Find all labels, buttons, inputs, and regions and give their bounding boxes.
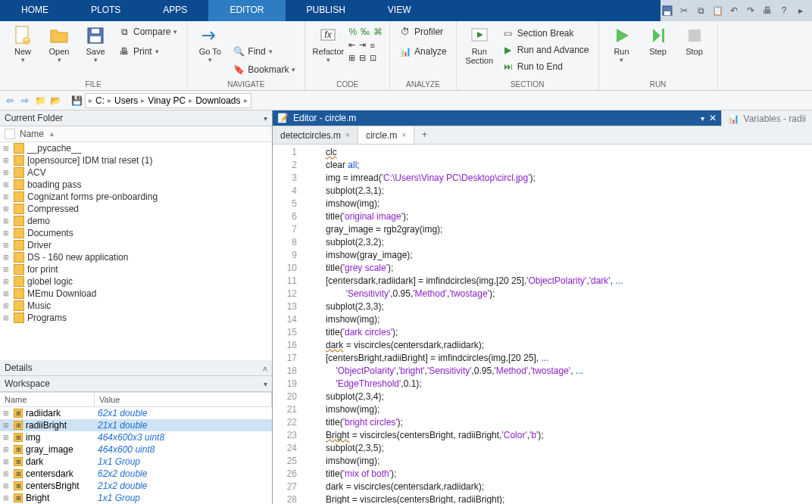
ws-col-value[interactable]: Value [95, 393, 272, 406]
expand-icon[interactable]: ⊞ [3, 169, 11, 176]
expand-icon[interactable]: ⊞ [3, 229, 11, 237]
run-to-end-button[interactable]: ⏭Run to End [499, 59, 592, 74]
help-icon[interactable]: ? [777, 4, 791, 17]
fold-3[interactable]: ⊡ [369, 52, 377, 64]
workspace-var[interactable]: ⊞⊞centersdark62x2 double [0, 468, 272, 480]
tab-close-icon[interactable]: × [345, 131, 350, 139]
editor-menu-icon[interactable]: ▾ [701, 114, 704, 123]
redo-icon[interactable]: ↷ [744, 4, 757, 17]
paste-icon[interactable]: 📋 [710, 4, 724, 17]
details-expand-icon[interactable]: ʌ [263, 364, 267, 372]
panel-menu-icon[interactable]: ▾ [264, 114, 267, 123]
breadcrumb[interactable]: ▸C:▸Users▸Vinay PC▸Downloads▸ [85, 93, 251, 108]
refactor-button[interactable]: fxRefactor▾ [311, 24, 345, 65]
folder-item[interactable]: ⊞DS - 160 new application [0, 251, 272, 263]
name-column[interactable]: Name [20, 129, 44, 139]
folder-item[interactable]: ⊞Compressed [0, 203, 272, 215]
folder-item[interactable]: ⊞demo [0, 215, 272, 227]
expand-icon[interactable]: ⊞ [3, 241, 11, 249]
folder-item[interactable]: ⊞ACV [0, 166, 272, 179]
crumb[interactable]: Vinay PC [146, 95, 187, 106]
new-tab-button[interactable]: + [414, 126, 435, 144]
workspace-var[interactable]: ⊞⊞gray_image464x600 uint8 [0, 443, 272, 456]
folder-item[interactable]: ⊞Programs [0, 312, 272, 324]
new-button[interactable]: +New▾ [6, 24, 39, 65]
more-icon[interactable]: ▸ [794, 4, 807, 17]
fold-2[interactable]: ⊟ [358, 52, 367, 64]
expand-icon[interactable]: ⊞ [3, 254, 11, 261]
folder-item[interactable]: ⊞Cognizant forms pre-onboarding [0, 191, 272, 203]
indent-right[interactable]: ⇥ [358, 39, 367, 51]
crumb[interactable]: C: [94, 95, 106, 106]
expand-icon[interactable]: ⊞ [3, 217, 11, 225]
browse-icon[interactable]: 📂 [48, 94, 62, 107]
folder-item[interactable]: ⊞globel logic [0, 275, 272, 288]
code-btn-2[interactable]: ‰ [360, 26, 370, 38]
profiler-button[interactable]: ⏱Profiler [396, 24, 450, 39]
expand-icon[interactable]: ⊞ [3, 302, 11, 310]
forward-icon[interactable]: ⇨ [18, 94, 32, 107]
run-advance-button[interactable]: ▶Run and Advance [499, 42, 592, 58]
folder-item[interactable]: ⊞boading pass [0, 179, 272, 191]
run-section-button[interactable]: Run Section [463, 24, 496, 67]
tab-view[interactable]: VIEW [367, 0, 433, 21]
workspace-var[interactable]: ⊞⊞radiiBright21x1 double [0, 419, 272, 431]
expand-icon[interactable]: ⊞ [3, 181, 11, 188]
up-folder-icon[interactable]: 📁 [33, 94, 47, 107]
run-button[interactable]: Run▾ [605, 24, 639, 65]
print-button[interactable]: 🖶Print ▾ [115, 44, 180, 59]
section-break-button[interactable]: ▭Section Break [499, 26, 592, 41]
tab-apps[interactable]: APPS [142, 0, 208, 21]
workspace-menu-icon[interactable]: ▾ [264, 380, 267, 388]
step-button[interactable]: Step [642, 24, 675, 58]
fold-1[interactable]: ⊞ [348, 52, 356, 64]
tab-close-icon[interactable]: × [401, 131, 406, 139]
crumb[interactable]: Users [113, 95, 139, 106]
crumb[interactable]: Downloads [194, 95, 242, 106]
folder-item[interactable]: ⊞__pycache__ [0, 142, 272, 154]
save-button[interactable]: Save▾ [79, 24, 112, 65]
compare-button[interactable]: ⧉Compare ▾ [115, 24, 180, 39]
open-button[interactable]: Open▾ [42, 24, 76, 65]
print-icon[interactable]: 🖶 [760, 4, 774, 17]
details-header[interactable]: Detailsʌ [0, 360, 272, 376]
drive-icon[interactable]: 💾 [70, 94, 83, 107]
tab-plots[interactable]: PLOTS [70, 0, 142, 21]
code-editor[interactable]: 1234567891011121314151617181920212223242… [273, 145, 812, 504]
stop-button[interactable]: Stop [678, 24, 711, 58]
folder-item[interactable]: ⊞Driver [0, 239, 272, 251]
file-list[interactable]: ⊞__pycache__⊞[opensource] IDM trial rese… [0, 142, 272, 360]
folder-item[interactable]: ⊞MEmu Download [0, 288, 272, 300]
folder-item[interactable]: ⊞for print [0, 263, 272, 275]
expand-icon[interactable]: ⊞ [3, 290, 11, 297]
file-tab[interactable]: detectcircles.m× [273, 126, 358, 144]
undo-icon[interactable]: ↶ [727, 4, 741, 17]
cut-icon[interactable]: ✂ [677, 4, 691, 17]
indent-left[interactable]: ⇤ [348, 39, 356, 51]
folder-item[interactable]: ⊞[opensource] IDM trial reset (1) [0, 154, 272, 166]
workspace-var[interactable]: ⊞⊞centersBright21x2 double [0, 480, 272, 492]
save-icon[interactable] [661, 4, 674, 17]
workspace-var[interactable]: ⊞⊞img464x600x3 uint8 [0, 431, 272, 443]
variables-header[interactable]: 📊 Variables - radii [721, 110, 812, 126]
folder-item[interactable]: ⊞Documents [0, 227, 272, 239]
editor-close-icon[interactable]: ✕ [709, 113, 717, 123]
workspace-var[interactable]: ⊞⊞dark1x1 Group [0, 456, 272, 468]
expand-icon[interactable]: ⊞ [3, 278, 11, 285]
expand-icon[interactable]: ⊞ [3, 157, 11, 164]
file-tab[interactable]: circle.m× [358, 126, 414, 144]
back-icon[interactable]: ⇦ [3, 94, 17, 107]
expand-icon[interactable]: ⊞ [3, 193, 11, 201]
analyze-button[interactable]: 📊Analyze [396, 44, 450, 59]
code-btn-1[interactable]: % [348, 26, 358, 38]
workspace-var[interactable]: ⊞⊞Bright1x1 Group [0, 492, 272, 504]
indent-auto[interactable]: ≡ [369, 39, 375, 51]
tab-home[interactable]: HOME [0, 0, 70, 21]
tab-editor[interactable]: EDITOR [208, 0, 285, 21]
expand-icon[interactable]: ⊞ [3, 205, 11, 213]
goto-button[interactable]: Go To▾ [193, 24, 226, 65]
workspace-header[interactable]: Workspace▾ [0, 376, 272, 392]
editor-header[interactable]: 📝 Editor - circle.m ▾ ✕ [273, 110, 721, 126]
ws-col-name[interactable]: Name [0, 393, 95, 406]
expand-icon[interactable]: ⊞ [3, 314, 11, 322]
